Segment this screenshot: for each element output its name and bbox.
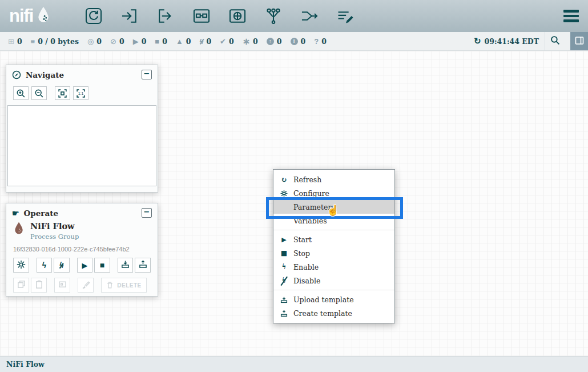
zoom-out-button[interactable] bbox=[31, 86, 47, 100]
configuration-button[interactable] bbox=[13, 258, 29, 273]
zoom-actual-size-button[interactable]: 1:1 bbox=[73, 86, 88, 100]
last-refresh-time: 09:41:44 EDT bbox=[485, 37, 539, 46]
navigate-panel: Navigate − bbox=[6, 65, 158, 193]
flow-status-bar: ⊞ 0 ≡ 0 / 0 bytes ◎ 0 ⊘ 0 ▶ 0 ■ 0 bbox=[0, 32, 588, 51]
status-counter-running: ▶ 0 bbox=[133, 37, 147, 46]
upload-template-icon bbox=[280, 296, 288, 303]
input-port-icon[interactable] bbox=[119, 5, 140, 27]
play-icon: ▶ bbox=[82, 261, 88, 270]
navigate-title: Navigate bbox=[26, 70, 64, 79]
status-counter-locally-modified-stale: ! 0 bbox=[291, 37, 306, 46]
context-menu: ↻ Refresh Configure Parameters Variables bbox=[273, 169, 395, 323]
stop-button[interactable]: ■ bbox=[94, 258, 110, 273]
context-menu-item-disable[interactable]: ϟ Disable bbox=[273, 274, 394, 287]
sidebar-panel-icon bbox=[574, 35, 585, 47]
breadcrumb-bar: NiFi Flow bbox=[0, 356, 588, 372]
nifi-droplet-icon bbox=[36, 6, 51, 26]
remote-process-group-icon[interactable] bbox=[227, 5, 248, 27]
compass-icon bbox=[12, 70, 21, 79]
context-menu-item-configure[interactable]: Configure bbox=[273, 186, 394, 200]
component-type-label: Process Group bbox=[30, 233, 79, 241]
status-counter-stale: ↑ 0 bbox=[267, 37, 282, 46]
context-menu-item-start[interactable]: ▶ Start bbox=[273, 233, 394, 246]
group-icon bbox=[58, 280, 67, 290]
operate-header: ☛ Operate − bbox=[6, 203, 158, 220]
context-menu-item-variables[interactable]: Variables bbox=[273, 214, 394, 227]
context-menu-label: Disable bbox=[293, 277, 320, 285]
birdseye-minimap[interactable] bbox=[7, 105, 156, 186]
create-template-icon bbox=[280, 310, 288, 317]
context-menu-item-upload-template[interactable]: Upload template bbox=[273, 293, 394, 306]
stop-icon: ■ bbox=[280, 249, 288, 257]
selected-component: NiFi Flow Process Group bbox=[13, 221, 151, 241]
color-button bbox=[78, 278, 94, 293]
process-group-icon[interactable] bbox=[191, 5, 212, 27]
context-menu-item-stop[interactable]: ■ Stop bbox=[273, 246, 394, 260]
operate-title: Operate bbox=[24, 209, 58, 218]
lightning-icon: ϟ bbox=[280, 263, 288, 270]
context-menu-label: Create template bbox=[293, 309, 352, 318]
context-menu-label: Start bbox=[293, 235, 312, 244]
processor-icon[interactable] bbox=[83, 5, 104, 27]
sidebar-toggle-button[interactable] bbox=[570, 32, 588, 50]
svg-text:1:1: 1:1 bbox=[78, 91, 84, 95]
navigate-toolbar: 1:1 bbox=[6, 82, 158, 100]
status-counter-sync-failure: ? 0 bbox=[314, 37, 327, 46]
funnel-icon[interactable] bbox=[263, 5, 284, 27]
template-icon[interactable] bbox=[299, 5, 320, 27]
context-menu-label: Stop bbox=[293, 249, 310, 258]
refresh-icon: ↻ bbox=[474, 36, 481, 46]
group-button bbox=[54, 278, 70, 293]
refresh-status[interactable]: ↻ 09:41:44 EDT bbox=[474, 36, 539, 46]
context-menu-item-enable[interactable]: ϟ Enable bbox=[273, 260, 394, 274]
lightning-slash-icon: ϟ bbox=[280, 277, 288, 284]
output-port-icon[interactable] bbox=[155, 5, 176, 27]
process-group-droplet-icon bbox=[13, 221, 25, 238]
context-menu-label: Configure bbox=[293, 189, 329, 198]
navigate-collapse-button[interactable]: − bbox=[142, 70, 152, 79]
disable-button[interactable]: ϟ bbox=[54, 258, 70, 273]
transmitting-icon: ◎ bbox=[87, 37, 94, 46]
flow-canvas[interactable]: Navigate − bbox=[0, 51, 588, 356]
global-menu-icon[interactable] bbox=[563, 10, 579, 22]
queue-list-icon: ≡ bbox=[31, 37, 35, 46]
trash-icon bbox=[106, 281, 114, 290]
upload-template-button[interactable] bbox=[118, 258, 134, 273]
locally-modified-asterisk-icon: ∗ bbox=[243, 36, 250, 47]
lightning-icon: ϟ bbox=[42, 261, 46, 269]
refresh-icon: ↻ bbox=[280, 175, 288, 184]
context-menu-separator bbox=[273, 290, 394, 290]
operate-collapse-button[interactable]: − bbox=[142, 208, 152, 218]
operate-panel: ☛ Operate − NiFi Flow Process Gro bbox=[6, 203, 158, 297]
context-menu-label: Enable bbox=[293, 263, 319, 271]
zoom-in-button[interactable] bbox=[13, 86, 29, 100]
hand-icon: ☛ bbox=[12, 209, 19, 218]
breadcrumb-root[interactable]: NiFi Flow bbox=[6, 360, 45, 369]
stopped-icon: ■ bbox=[155, 37, 159, 46]
search-button[interactable] bbox=[545, 32, 565, 50]
context-menu-item-parameters[interactable]: Parameters bbox=[273, 200, 394, 214]
top-toolbar: nifi bbox=[0, 0, 588, 32]
gear-icon bbox=[280, 190, 288, 197]
download-template-button[interactable] bbox=[135, 258, 151, 273]
status-counter-stopped: ■ 0 bbox=[155, 37, 167, 46]
enable-button[interactable]: ϟ bbox=[37, 258, 53, 273]
stale-up-arrow-icon: ↑ bbox=[267, 38, 274, 45]
gear-icon bbox=[17, 260, 26, 271]
zoom-fit-button[interactable] bbox=[55, 86, 70, 100]
context-menu-item-refresh[interactable]: ↻ Refresh bbox=[273, 173, 394, 186]
label-icon[interactable] bbox=[335, 5, 356, 27]
context-menu-item-create-template[interactable]: Create template bbox=[273, 306, 394, 320]
not-transmitting-icon: ⊘ bbox=[110, 37, 116, 46]
start-button[interactable]: ▶ bbox=[77, 258, 93, 273]
status-counter-locally-modified: ∗ 0 bbox=[243, 36, 258, 47]
status-counter-transmitting: ◎ 0 bbox=[87, 37, 102, 46]
status-counter-disabled: ϟ 0 bbox=[200, 37, 212, 46]
status-bar-right: ↻ 09:41:44 EDT bbox=[474, 32, 588, 50]
status-counter-invalid: ▲ 0 bbox=[176, 37, 191, 46]
status-counter-active-threads: ⊞ 0 bbox=[8, 37, 22, 46]
nifi-logo: nifi bbox=[9, 6, 51, 26]
operate-buttons-row-2: DELETE bbox=[13, 278, 151, 293]
modified-stale-exclamation-icon: ! bbox=[291, 38, 298, 45]
operate-body: NiFi Flow Process Group 16f32830-016d-10… bbox=[6, 220, 158, 297]
